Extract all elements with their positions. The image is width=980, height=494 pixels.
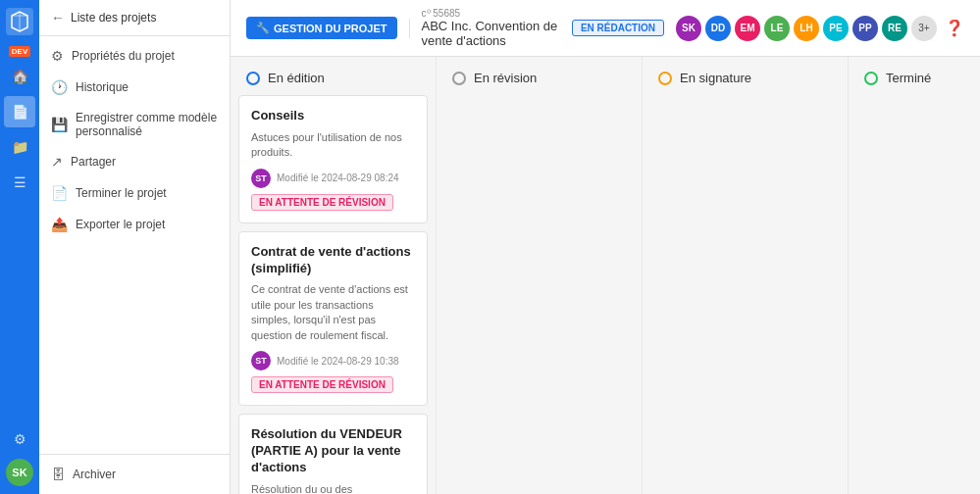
gestion-projet-icon: 🔧 xyxy=(256,22,270,34)
column-termine-header: Terminé xyxy=(849,57,980,95)
card-contrat-vente-avatar: ST xyxy=(251,351,271,370)
project-info: c⁰ 55685 ABC Inc. Convention de vente d'… xyxy=(422,8,560,48)
column-en-edition-header: En édition xyxy=(231,57,436,95)
card-resolution-vendeur-desc: Résolution du ou des administrateur(s) d… xyxy=(251,482,415,494)
archive-icon: 🗄 xyxy=(51,467,65,482)
sidebar-back-btn[interactable]: ← Liste des projets xyxy=(39,0,230,36)
column-termine-title: Terminé xyxy=(886,71,931,85)
icon-bar: DEV 🏠 📄 📁 ☰ ⚙ SK xyxy=(0,0,39,494)
project-id: c⁰ 55685 xyxy=(422,8,560,19)
gestion-projet-button[interactable]: 🔧 GESTION DU PROJET xyxy=(246,17,397,39)
avatar-pp[interactable]: PP xyxy=(852,16,878,41)
topbar-avatars: SK DD EM LE LH PE PP RE 3+ ❓ xyxy=(676,16,964,41)
sidebar-item-archive[interactable]: 🗄 Archiver xyxy=(39,459,230,490)
card-conseils-tag: EN ATTENTE DE RÉVISION xyxy=(251,194,393,211)
main-content: 🔧 GESTION DU PROJET c⁰ 55685 ABC Inc. Co… xyxy=(231,0,980,494)
column-termine: Terminé xyxy=(849,57,980,494)
avatar-em[interactable]: EM xyxy=(735,16,760,41)
avatar-re[interactable]: RE xyxy=(882,16,907,41)
help-icon[interactable]: ❓ xyxy=(945,19,964,37)
share-icon: ↗ xyxy=(51,154,63,170)
sidebar-item-export-label: Exporter le projet xyxy=(76,218,165,231)
sidebar-item-share[interactable]: ↗ Partager xyxy=(39,146,230,177)
user-avatar-small[interactable]: SK xyxy=(6,459,33,486)
sidebar-footer: 🗄 Archiver xyxy=(39,454,230,494)
avatar-sk[interactable]: SK xyxy=(676,16,701,41)
sidebar-item-history[interactable]: 🕐 Historique xyxy=(39,72,230,103)
back-icon: ← xyxy=(51,10,65,25)
card-contrat-vente-tag: EN ATTENTE DE RÉVISION xyxy=(251,376,393,393)
topbar-divider xyxy=(409,19,410,38)
column-en-edition-cards: Conseils Astuces pour l'utilisation de n… xyxy=(231,95,436,494)
card-contrat-vente-title: Contrat de vente d'actions (simplifié) xyxy=(251,244,415,277)
card-resolution-vendeur[interactable]: Résolution du VENDEUR (PARTIE A) pour la… xyxy=(238,414,428,494)
sidebar-item-archive-label: Archiver xyxy=(73,468,116,481)
kanban-board: En édition Conseils Astuces pour l'utili… xyxy=(231,57,980,494)
sidebar-item-share-label: Partager xyxy=(71,155,116,169)
card-conseils-desc: Astuces pour l'utilisation de nos produi… xyxy=(251,130,415,161)
column-en-signature-header: En signature xyxy=(643,57,848,95)
card-conseils-date: Modifié le 2024-08-29 08:24 xyxy=(277,173,399,183)
sidebar: ← Liste des projets ⚙ Propriétés du proj… xyxy=(39,0,231,494)
icon-bar-doc[interactable]: 📄 xyxy=(4,96,35,127)
sidebar-item-export[interactable]: 📤 Exporter le projet xyxy=(39,209,230,240)
card-conseils-title: Conseils xyxy=(251,108,415,124)
gestion-projet-label: GESTION DU PROJET xyxy=(274,23,387,34)
card-conseils-avatar: ST xyxy=(251,169,271,188)
card-resolution-vendeur-title: Résolution du VENDEUR (PARTIE A) pour la… xyxy=(251,426,415,476)
avatar-dd[interactable]: DD xyxy=(705,16,731,41)
column-circle-en-revision xyxy=(452,72,466,85)
column-en-revision-title: En révision xyxy=(474,71,537,85)
icon-bar-menu[interactable]: ☰ xyxy=(4,167,35,198)
card-conseils[interactable]: Conseils Astuces pour l'utilisation de n… xyxy=(238,95,428,223)
icon-bar-home[interactable]: 🏠 xyxy=(4,61,35,92)
icon-bar-file[interactable]: 📁 xyxy=(4,131,35,163)
card-contrat-vente-date: Modifié le 2024-08-29 10:38 xyxy=(277,356,399,367)
sidebar-back-label: Liste des projets xyxy=(71,11,156,25)
avatar-lh[interactable]: LH xyxy=(794,16,819,41)
card-contrat-vente-footer: ST Modifié le 2024-08-29 10:38 xyxy=(251,351,415,370)
column-en-signature: En signature xyxy=(643,57,849,494)
card-contrat-vente-desc: Ce contrat de vente d'actions est utile … xyxy=(251,282,415,343)
column-en-signature-title: En signature xyxy=(680,71,751,85)
avatar-more[interactable]: 3+ xyxy=(911,16,937,41)
properties-icon: ⚙ xyxy=(51,48,64,64)
avatar-pe[interactable]: PE xyxy=(823,16,849,41)
sidebar-item-properties[interactable]: ⚙ Propriétés du projet xyxy=(39,40,230,72)
project-name: ABC Inc. Convention de vente d'actions xyxy=(422,19,560,48)
app-logo xyxy=(6,8,33,38)
card-conseils-footer: ST Modifié le 2024-08-29 08:24 xyxy=(251,169,415,188)
sidebar-item-history-label: Historique xyxy=(76,80,129,94)
sidebar-item-save-model-label: Enregistrer comme modèle personnalisé xyxy=(76,111,218,138)
topbar: 🔧 GESTION DU PROJET c⁰ 55685 ABC Inc. Co… xyxy=(231,0,980,57)
sidebar-item-save-model[interactable]: 💾 Enregistrer comme modèle personnalisé xyxy=(39,103,230,146)
finish-icon: 📄 xyxy=(51,185,68,201)
column-en-revision-cards xyxy=(437,95,642,494)
card-contrat-vente[interactable]: Contrat de vente d'actions (simplifié) C… xyxy=(238,231,428,406)
sidebar-item-properties-label: Propriétés du projet xyxy=(72,49,175,63)
column-circle-en-edition xyxy=(246,72,260,85)
column-termine-cards xyxy=(849,95,980,494)
column-en-revision: En révision xyxy=(437,57,643,494)
sidebar-item-finish-label: Terminer le projet xyxy=(76,186,167,200)
column-en-edition-title: En édition xyxy=(268,71,325,85)
history-icon: 🕐 xyxy=(51,79,68,95)
sidebar-menu: ⚙ Propriétés du projet 🕐 Historique 💾 En… xyxy=(39,36,230,454)
dev-badge: DEV xyxy=(9,46,30,57)
sidebar-item-finish[interactable]: 📄 Terminer le projet xyxy=(39,177,230,209)
status-badge: EN RÉDACTION xyxy=(572,20,664,36)
column-circle-termine xyxy=(864,72,878,85)
save-model-icon: 💾 xyxy=(51,117,68,132)
column-en-revision-header: En révision xyxy=(437,57,642,95)
export-icon: 📤 xyxy=(51,217,68,232)
column-en-edition: En édition Conseils Astuces pour l'utili… xyxy=(231,57,437,494)
avatar-le[interactable]: LE xyxy=(764,16,790,41)
column-en-signature-cards xyxy=(643,95,848,494)
icon-bar-settings[interactable]: ⚙ xyxy=(4,423,35,455)
column-circle-en-signature xyxy=(658,72,672,85)
